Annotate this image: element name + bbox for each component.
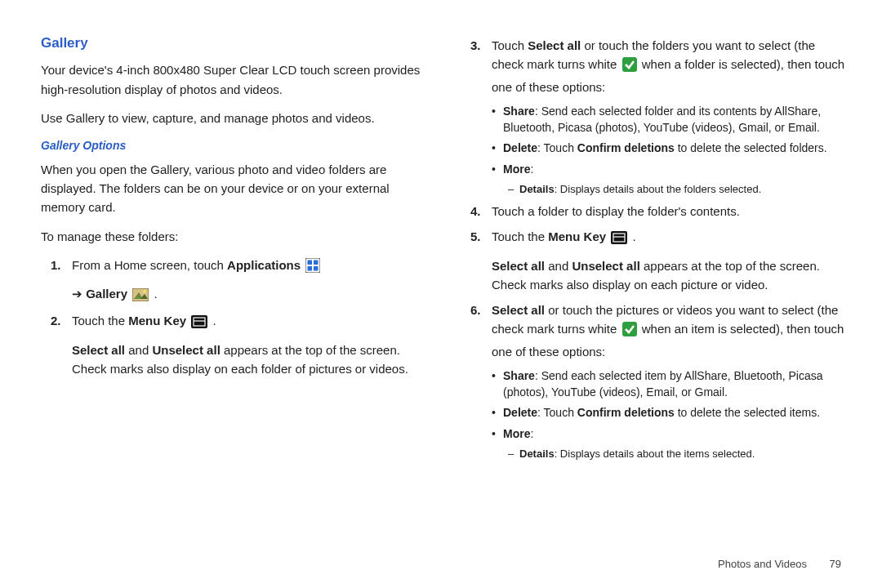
bold: Menu Key — [128, 314, 186, 327]
step-text: Touch the Menu Key . — [72, 311, 430, 333]
step-3: 3. Touch Select all or touch the folders… — [461, 36, 849, 96]
step-2: 2. Touch the Menu Key . — [41, 311, 430, 333]
open-text: When you open the Gallery, various photo… — [41, 160, 430, 217]
page-number: 79 — [830, 558, 841, 570]
bold: Select all — [72, 343, 125, 357]
t: : Touch — [537, 406, 577, 419]
step-number: 1. — [51, 256, 72, 278]
bold: Menu Key — [548, 229, 606, 243]
step-text: Touch the Menu Key . — [492, 227, 849, 249]
bold: Confirm deletions — [577, 141, 675, 154]
t: Touch the — [72, 314, 128, 327]
bold: Confirm deletions — [577, 406, 675, 419]
t: . — [629, 229, 635, 243]
bullet-dot: • — [492, 368, 503, 401]
bold: Unselect all — [572, 259, 639, 273]
footer-section: Photos and Videos — [718, 558, 807, 570]
svg-rect-16 — [622, 322, 637, 336]
dash-details-6: – Details: Displays details about the it… — [461, 446, 849, 462]
t: : Displays details about the items selec… — [555, 448, 755, 460]
bullet-dot: • — [492, 404, 503, 421]
t: to delete the selected folders. — [675, 141, 827, 154]
bullet-more-6: • More: — [461, 425, 849, 442]
svg-rect-2 — [314, 260, 318, 265]
dash-details: – Details: Displays details about the fo… — [461, 181, 849, 198]
bold: Delete — [503, 141, 537, 154]
step-text: Select all or touch the pictures or vide… — [492, 301, 849, 361]
bold: More — [503, 163, 530, 176]
svg-rect-1 — [308, 260, 313, 265]
bold: Details — [519, 183, 555, 195]
t: Touch the — [492, 229, 548, 243]
t: . — [150, 287, 157, 301]
t: and — [545, 259, 572, 273]
t: From a Home screen, touch — [72, 258, 227, 272]
step-2-body: Select all and Unselect all appears at t… — [41, 341, 430, 379]
bold: Delete — [503, 406, 537, 419]
menu-key-icon — [191, 314, 207, 333]
intro-text: Your device's 4-inch 800x480 Super Clear… — [41, 60, 430, 99]
svg-rect-3 — [308, 266, 313, 271]
bullet-dot: • — [492, 425, 503, 442]
right-column: 3. Touch Select all or touch the folders… — [461, 33, 849, 547]
bullet-delete: • Delete: Touch Confirm deletions to del… — [461, 140, 849, 156]
gallery-word: Gallery — [86, 287, 127, 301]
t: . — [209, 314, 216, 327]
step-number: 3. — [470, 36, 492, 96]
subsection-heading: Gallery Options — [41, 137, 430, 155]
gallery-icon — [132, 287, 149, 306]
t: to delete the selected items. — [675, 406, 820, 419]
step-4: 4. Touch a folder to display the folder'… — [461, 202, 849, 220]
bullet-share-6: • Share: Send each selected item by AllS… — [461, 368, 849, 401]
bullet-share: • Share: Send each selected folder and i… — [461, 103, 849, 136]
bold: Unselect all — [152, 343, 220, 357]
t: : Displays details about the folders sel… — [555, 183, 762, 195]
step-6: 6. Select all or touch the pictures or v… — [461, 301, 849, 361]
dash: – — [508, 181, 519, 198]
bullet-dot: • — [492, 103, 503, 136]
bold: Select all — [492, 259, 545, 273]
step-number: 2. — [51, 311, 72, 333]
bold: Share — [503, 369, 535, 382]
step-5-body: Select all and Unselect all appears at t… — [461, 256, 849, 295]
applications-icon — [305, 258, 320, 278]
t: Touch — [492, 38, 528, 52]
bullet-dot: • — [492, 161, 503, 177]
svg-rect-4 — [314, 266, 318, 271]
step-number: 5. — [470, 227, 492, 249]
bold: Applications — [227, 258, 301, 272]
step-number: 4. — [470, 202, 492, 220]
section-heading: Gallery — [41, 33, 430, 54]
arrow-line: ➔ Gallery . — [41, 284, 430, 306]
manage-text: To manage these folders: — [41, 227, 430, 246]
step-text: Touch a folder to display the folder's c… — [492, 202, 849, 220]
bullet-dot: • — [492, 140, 503, 156]
page-footer: Photos and Videos 79 — [718, 558, 841, 570]
bullet-delete-6: • Delete: Touch Confirm deletions to del… — [461, 404, 849, 421]
svg-point-8 — [143, 290, 146, 293]
t: : Touch — [537, 141, 577, 154]
bullet-more: • More: — [461, 161, 849, 177]
step-text: From a Home screen, touch Applications — [72, 256, 430, 278]
step-5: 5. Touch the Menu Key . — [461, 227, 849, 249]
t: and — [125, 343, 152, 357]
checkmark-icon — [622, 57, 637, 77]
bold: Details — [519, 448, 555, 460]
bold: Share — [503, 105, 535, 118]
bold: More — [503, 427, 530, 440]
bold: Select all — [528, 38, 581, 52]
t: : Send each selected folder and its cont… — [503, 105, 821, 134]
menu-key-icon — [611, 230, 627, 249]
t: : Send each selected item by AllShare, B… — [503, 369, 822, 399]
step-text: Touch Select all or touch the folders yo… — [492, 36, 849, 96]
left-column: Gallery Your device's 4-inch 800x480 Sup… — [41, 33, 430, 547]
checkmark-icon — [622, 322, 637, 341]
step-1: 1. From a Home screen, touch Application… — [41, 256, 430, 278]
svg-rect-5 — [132, 288, 149, 301]
use-text: Use Gallery to view, capture, and manage… — [41, 109, 430, 127]
dash: – — [508, 446, 519, 462]
svg-rect-12 — [622, 57, 637, 72]
manual-page: Gallery Your device's 4-inch 800x480 Sup… — [0, 0, 882, 555]
step-number: 6. — [470, 301, 492, 361]
bold: Select all — [492, 303, 545, 317]
